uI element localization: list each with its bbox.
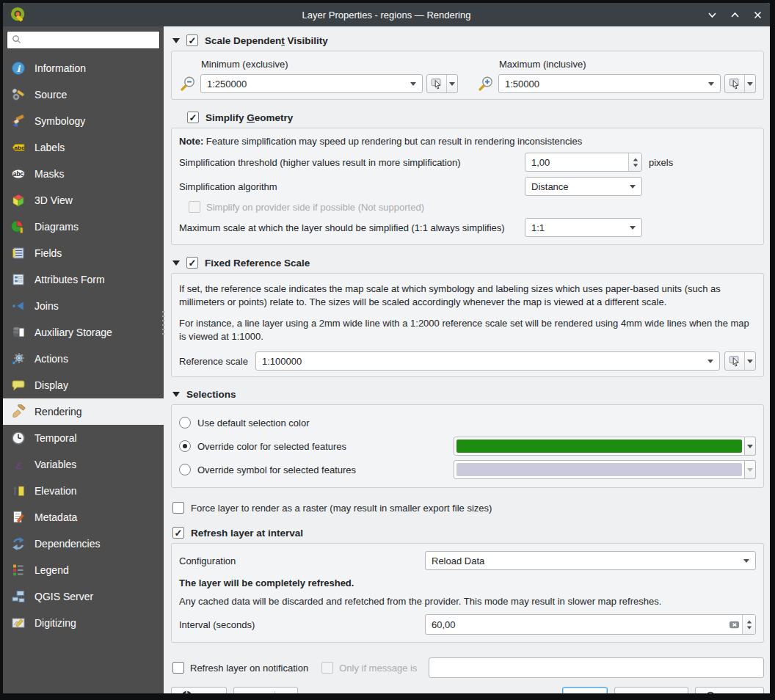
sidebar-item-qgis-server[interactable]: QGIS Server bbox=[3, 583, 164, 610]
selection-symbol-widget bbox=[454, 460, 756, 479]
spinbox-arrows[interactable] bbox=[628, 153, 641, 171]
sidebar-item-legend[interactable]: Legend bbox=[3, 557, 164, 583]
shade-window-icon[interactable] bbox=[707, 10, 717, 20]
simplify-geometry-checkbox[interactable] bbox=[187, 112, 199, 123]
ok-button[interactable]: ✓ Ok bbox=[562, 687, 608, 693]
refresh-interval-title: Refresh layer at interval bbox=[191, 528, 303, 539]
qgis-logo-icon bbox=[10, 6, 28, 23]
minimum-scale-combobox[interactable]: 1:250000 bbox=[200, 74, 423, 93]
sidebar-item-variables[interactable]: ε Variables bbox=[3, 451, 164, 478]
rendering-icon bbox=[10, 404, 26, 420]
chevron-down-icon bbox=[630, 226, 636, 230]
notification-message-input[interactable] bbox=[429, 657, 764, 678]
refresh-interval-header: Refresh layer at interval bbox=[172, 527, 764, 539]
selection-symbol-button[interactable] bbox=[454, 460, 745, 479]
magnifier-minus-icon bbox=[179, 75, 197, 92]
sidebar-item-dependencies[interactable]: Dependencies bbox=[3, 531, 164, 557]
override-symbol-label: Override symbol for selected features bbox=[197, 464, 356, 475]
sidebar-item-display[interactable]: Display bbox=[3, 372, 164, 398]
force-raster-checkbox[interactable] bbox=[172, 502, 184, 514]
sidebar-item-source[interactable]: Source bbox=[3, 81, 164, 108]
collapse-arrow-icon[interactable] bbox=[172, 38, 180, 43]
reference-scale-description-1: If set, the reference scale indicates th… bbox=[179, 282, 756, 308]
svg-text:abc: abc bbox=[15, 145, 25, 151]
sidebar-item-information[interactable]: i Information bbox=[3, 55, 164, 81]
set-reference-scale-from-canvas-button[interactable] bbox=[724, 351, 756, 371]
style-button[interactable]: Style bbox=[233, 687, 298, 693]
spinbox-arrows[interactable] bbox=[742, 615, 755, 634]
reference-scale-combobox[interactable]: 1:100000 bbox=[255, 351, 720, 371]
reference-scale-description-2: For instance, a line layer using a 2mm w… bbox=[179, 317, 756, 343]
refresh-on-notification-label: Refresh layer on notification bbox=[190, 663, 308, 674]
refresh-on-notification-checkbox[interactable] bbox=[172, 662, 184, 674]
map-cursor-icon bbox=[725, 352, 744, 370]
sidebar-item-labels[interactable]: abc Labels bbox=[3, 134, 164, 161]
min-scale-options-dropdown[interactable] bbox=[446, 75, 457, 92]
interval-spinbox[interactable]: 60,00 bbox=[425, 614, 756, 635]
override-symbol-radio[interactable] bbox=[179, 464, 191, 475]
sidebar-item-elevation[interactable]: Elevation bbox=[3, 478, 164, 504]
sidebar-item-attributes-form[interactable]: Attributes Form bbox=[3, 266, 164, 293]
set-max-scale-from-canvas-button[interactable] bbox=[724, 74, 756, 93]
selection-symbol-dropdown[interactable] bbox=[745, 460, 756, 479]
reference-scale-options-dropdown[interactable] bbox=[744, 352, 755, 370]
threshold-unit-label: pixels bbox=[649, 157, 673, 168]
sidebar-item-3d-view[interactable]: 3D View bbox=[3, 187, 164, 214]
max-simplify-scale-combobox[interactable]: 1:1 bbox=[525, 218, 642, 237]
maximum-scale-label: Maximum (inclusive) bbox=[499, 59, 756, 70]
sidebar-item-fields[interactable]: Fields bbox=[3, 240, 164, 266]
panel-splitter[interactable] bbox=[162, 311, 164, 336]
minimum-scale-field: Minimum (exclusive) 1:250000 bbox=[179, 57, 458, 93]
refresh-interval-checkbox[interactable] bbox=[172, 527, 184, 539]
sidebar-item-actions[interactable]: Actions bbox=[3, 346, 164, 372]
maximum-scale-combobox[interactable]: 1:50000 bbox=[498, 74, 721, 93]
fixed-reference-scale-checkbox[interactable] bbox=[186, 257, 198, 269]
chevron-down-icon bbox=[630, 185, 636, 189]
sidebar-item-auxiliary-storage[interactable]: Auxiliary Storage bbox=[3, 319, 164, 346]
configuration-label: Configuration bbox=[179, 555, 425, 566]
selection-color-dropdown[interactable] bbox=[745, 437, 756, 456]
max-scale-options-dropdown[interactable] bbox=[744, 75, 755, 92]
section-header-simplify-geometry: Simplify Geometry bbox=[187, 112, 764, 123]
rendering-panel: Scale Dependent Visibility Minimum (excl… bbox=[164, 26, 770, 693]
help-button[interactable]: Aide bbox=[171, 687, 227, 693]
maximize-window-icon[interactable] bbox=[730, 10, 740, 20]
close-window-icon[interactable] bbox=[753, 10, 763, 20]
sidebar-item-masks[interactable]: abc Masks bbox=[3, 161, 164, 187]
selection-color-button[interactable] bbox=[454, 437, 745, 456]
display-icon bbox=[10, 377, 26, 393]
override-color-radio[interactable] bbox=[179, 440, 191, 452]
magnifier-plus-icon bbox=[477, 75, 495, 92]
titlebar[interactable]: Layer Properties - regions — Rendering bbox=[3, 3, 770, 26]
set-min-scale-from-canvas-button[interactable] bbox=[426, 74, 458, 93]
section-title-scale-dependent-visibility: Scale Dependent Visibility bbox=[205, 35, 328, 46]
sidebar-search-input[interactable] bbox=[26, 34, 155, 45]
default-selection-color-radio[interactable] bbox=[179, 417, 191, 429]
algorithm-combobox[interactable]: Distance bbox=[525, 177, 642, 196]
apply-button[interactable]: ✓ Appliquer bbox=[614, 687, 688, 693]
collapse-arrow-icon[interactable] bbox=[172, 392, 180, 397]
sidebar-item-rendering[interactable]: Rendering bbox=[3, 398, 164, 425]
sidebar-item-symbology[interactable]: Symbology bbox=[3, 108, 164, 134]
collapse-arrow-icon[interactable] bbox=[172, 260, 180, 266]
sidebar-search[interactable] bbox=[7, 31, 160, 49]
clear-value-icon[interactable] bbox=[727, 618, 741, 631]
chevron-down-icon bbox=[743, 559, 749, 563]
sidebar-item-metadata[interactable]: Metadata bbox=[3, 504, 164, 531]
scale-visibility-group: Minimum (exclusive) 1:250000 bbox=[171, 51, 764, 100]
sidebar-item-joins[interactable]: Joins bbox=[3, 293, 164, 319]
qgis-server-icon bbox=[10, 588, 26, 605]
sidebar-item-temporal[interactable]: Temporal bbox=[3, 425, 164, 451]
svg-text:abc: abc bbox=[13, 170, 24, 178]
window-title: Layer Properties - regions — Rendering bbox=[3, 10, 770, 21]
configuration-combobox[interactable]: Reload Data bbox=[425, 551, 756, 570]
map-cursor-icon bbox=[725, 75, 744, 92]
threshold-spinbox[interactable]: 1,00 bbox=[525, 153, 642, 172]
sidebar-item-digitizing[interactable]: Digitizing bbox=[3, 610, 164, 636]
cancel-button[interactable]: Annuler bbox=[695, 687, 764, 693]
only-if-message-label: Only if message is bbox=[339, 663, 417, 674]
scale-visibility-checkbox[interactable] bbox=[186, 34, 198, 46]
interval-label: Interval (seconds) bbox=[179, 619, 425, 630]
sidebar-item-list: i Information Source Symbology abc Label… bbox=[3, 55, 164, 693]
sidebar-item-diagrams[interactable]: Diagrams bbox=[3, 214, 164, 240]
